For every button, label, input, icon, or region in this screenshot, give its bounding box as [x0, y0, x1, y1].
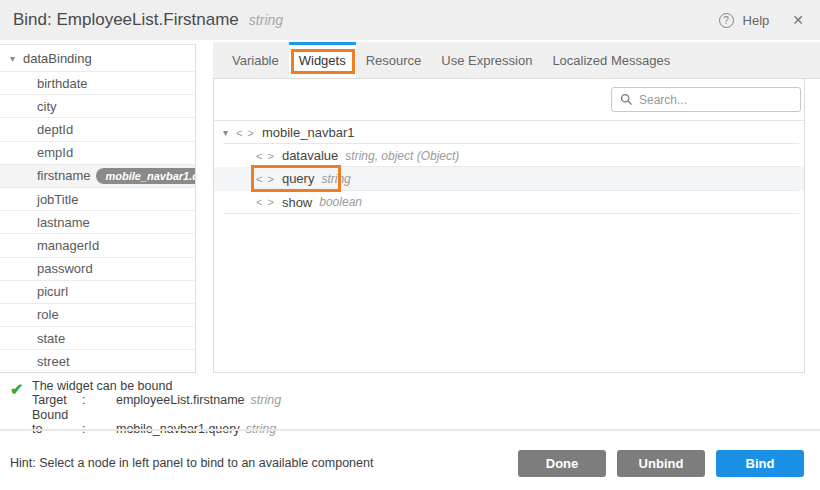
sidebar-item-managerid[interactable]: managerId	[0, 234, 195, 257]
search-area	[214, 79, 804, 121]
sidebar-item-deptid[interactable]: deptId	[0, 118, 195, 141]
close-icon[interactable]: ✕	[792, 12, 804, 28]
sidebar-item-label: managerId	[37, 238, 99, 253]
footer-buttons: Done Unbind Bind	[518, 450, 804, 477]
sidebar-item-label: firstname	[37, 168, 90, 183]
sidebar-item-firstname[interactable]: firstname mobile_navbar1.query	[0, 165, 195, 188]
sidebar-item-label: picurl	[37, 284, 68, 299]
code-icon: < >	[256, 196, 275, 208]
bind-status: ✔ The widget can be bound Target:employe…	[0, 379, 560, 436]
tab-label: Resource	[366, 53, 422, 68]
bind-source-tabs: Variable Widgets Resource Use Expression…	[213, 42, 820, 79]
code-icon: < >	[256, 150, 275, 162]
active-tab-indicator	[289, 42, 356, 45]
sidebar-item-role[interactable]: role	[0, 304, 195, 327]
tree-node-mobile-navbar1[interactable]: ▾ < > mobile_navbar1	[214, 121, 804, 144]
caret-down-icon[interactable]: ▾	[10, 53, 15, 64]
sidebar-item-label: state	[37, 331, 65, 346]
bind-dialog: Bind: EmployeeList.Firstname string ? He…	[0, 0, 820, 490]
sidebar-root-databinding[interactable]: ▾ dataBinding	[0, 45, 195, 72]
sidebar-item-city[interactable]: city	[0, 95, 195, 118]
search-icon	[620, 93, 633, 106]
sidebar-item-label: street	[37, 354, 70, 369]
tree-node-datavalue[interactable]: < > datavalue string, object (Object)	[214, 144, 804, 167]
caret-down-icon[interactable]: ▾	[223, 127, 228, 138]
header-actions: ? Help ✕	[719, 12, 804, 28]
tab-label: Use Expression	[441, 53, 532, 68]
sidebar-item-label: role	[37, 307, 59, 322]
status-colon: :	[82, 393, 116, 407]
status-target-row: Target:employeeList.firstnamestring	[32, 393, 560, 407]
tab-widgets[interactable]: Widgets	[289, 42, 356, 78]
bound-target-badge: mobile_navbar1.query	[96, 168, 196, 184]
sidebar-item-password[interactable]: password	[0, 258, 195, 281]
search-box[interactable]	[611, 87, 801, 112]
sidebar-item-birthdate[interactable]: birthdate	[0, 72, 195, 95]
code-icon: < >	[256, 173, 275, 185]
status-value-type: string	[251, 393, 282, 407]
widgets-panel: ▾ < > mobile_navbar1 < > datavalue strin…	[213, 78, 805, 373]
tab-label: Widgets	[299, 53, 346, 68]
data-binding-sidebar: ▾ dataBinding birthdate city deptId empI…	[0, 44, 196, 373]
sidebar-item-label: birthdate	[37, 76, 88, 91]
tree-node-show[interactable]: < > show boolean	[214, 191, 804, 214]
dialog-title: Bind: EmployeeList.Firstname	[13, 10, 239, 30]
sidebar-item-state[interactable]: state	[0, 327, 195, 350]
sidebar-item-label: city	[37, 99, 57, 114]
unbind-button[interactable]: Unbind	[617, 450, 705, 477]
search-input[interactable]	[639, 93, 789, 107]
status-message: The widget can be bound	[32, 379, 560, 393]
tree-node-type: boolean	[319, 195, 362, 209]
help-link[interactable]: Help	[743, 13, 770, 28]
sidebar-root-label: dataBinding	[23, 51, 92, 66]
hint-text: Hint: Select a node in left panel to bin…	[10, 456, 373, 470]
sidebar-item-label: password	[37, 261, 93, 276]
code-icon: < >	[236, 127, 255, 139]
status-value: employeeList.firstname	[116, 393, 245, 407]
tab-resource[interactable]: Resource	[356, 42, 432, 78]
sidebar-item-empid[interactable]: empId	[0, 142, 195, 165]
tab-variable[interactable]: Variable	[222, 42, 289, 78]
sidebar-item-label: empId	[37, 145, 73, 160]
tree-node-label: mobile_navbar1	[262, 125, 355, 140]
bind-button[interactable]: Bind	[716, 450, 804, 477]
tree-node-label: show	[282, 195, 312, 210]
dialog-title-type: string	[249, 12, 283, 28]
tab-label: Localized Messages	[552, 53, 670, 68]
footer-divider	[0, 429, 820, 431]
status-key: Bound to	[32, 408, 82, 437]
sidebar-item-picurl[interactable]: picurl	[0, 281, 195, 304]
sidebar-item-street[interactable]: street	[0, 350, 195, 373]
tree-node-type: string, object (Object)	[345, 149, 459, 163]
status-key: Target	[32, 393, 82, 407]
sidebar-item-lastname[interactable]: lastname	[0, 211, 195, 234]
tree-node-query[interactable]: < > query string	[214, 167, 804, 190]
tree-node-type: string	[321, 172, 350, 186]
dialog-header: Bind: EmployeeList.Firstname string ? He…	[0, 0, 820, 40]
sidebar-item-label: lastname	[37, 215, 90, 230]
done-button[interactable]: Done	[518, 450, 606, 477]
tab-localized-messages[interactable]: Localized Messages	[542, 42, 680, 78]
tab-label: Variable	[232, 53, 279, 68]
row-separator	[223, 213, 799, 214]
tab-use-expression[interactable]: Use Expression	[431, 42, 542, 78]
tree-node-label: query	[282, 171, 315, 186]
sidebar-item-label: deptId	[37, 122, 73, 137]
widget-tree: ▾ < > mobile_navbar1 < > datavalue strin…	[214, 121, 804, 214]
success-check-icon: ✔	[10, 380, 23, 399]
sidebar-item-jobtitle[interactable]: jobTitle	[0, 188, 195, 211]
sidebar-item-label: jobTitle	[37, 192, 78, 207]
tree-node-label: datavalue	[282, 148, 338, 163]
status-boundto-row: Bound to:mobile_navbar1.querystring	[32, 408, 560, 437]
help-icon[interactable]: ?	[719, 13, 734, 28]
